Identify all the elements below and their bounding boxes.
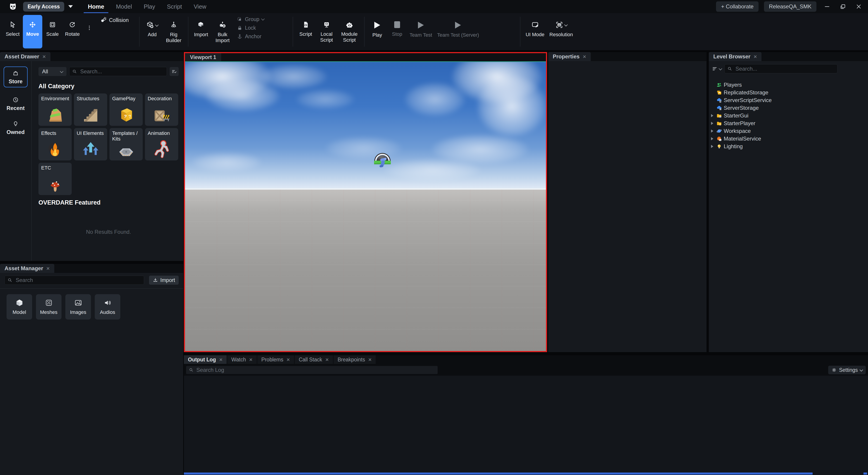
rail-item-recent[interactable]: Recent (6, 96, 25, 111)
early-access-badge[interactable]: Early Access (23, 2, 64, 11)
tile-meshes[interactable]: Meshes (36, 294, 62, 320)
tile-model[interactable]: Model (6, 294, 32, 320)
script-button[interactable]: Script (296, 15, 315, 49)
level-search-input[interactable] (735, 65, 835, 72)
log-content-area[interactable] (184, 376, 868, 475)
category-card-decoration[interactable]: Decoration (145, 93, 178, 126)
anchor-button[interactable]: Anchor (237, 33, 264, 39)
local-script-button[interactable]: Local Script (316, 15, 337, 49)
session-name-badge[interactable]: ReleaseQA_SMK (764, 1, 816, 12)
expand-arrow-icon[interactable] (711, 122, 713, 125)
select-tool-button[interactable]: Select (3, 15, 22, 49)
team-test-button[interactable]: Team Test (407, 15, 434, 49)
viewport-tab[interactable]: Viewport 1 (185, 53, 221, 61)
properties-tab[interactable]: Properties (548, 52, 591, 61)
asset-manager-tab[interactable]: Asset Manager (0, 264, 54, 273)
maximize-button[interactable] (838, 1, 848, 12)
tree-item-lighting[interactable]: Lighting (709, 143, 868, 150)
rail-item-store[interactable]: Store (4, 66, 27, 87)
log-search-input[interactable] (196, 366, 435, 374)
tree-item-materialservice[interactable]: MaterialService (709, 135, 868, 143)
ui-mode-button[interactable]: UI Mode (523, 15, 547, 49)
viewport-panel[interactable]: Viewport 1 (184, 52, 547, 352)
close-icon[interactable] (368, 357, 372, 362)
module-script-button[interactable]: Module Script (338, 15, 361, 49)
viewport-3d-scene[interactable] (185, 62, 546, 351)
asset-search-input[interactable] (80, 68, 164, 75)
asset-import-button[interactable]: Import (149, 276, 179, 285)
menu-home[interactable]: Home (82, 0, 110, 13)
tree-item-startergui[interactable]: StarterGui (709, 112, 868, 119)
tab-problems[interactable]: Problems (257, 355, 294, 364)
menu-play[interactable]: Play (138, 0, 161, 13)
bulk-import-button[interactable]: Bulk Import (211, 15, 234, 49)
expand-arrow-icon[interactable] (711, 137, 713, 140)
tile-images[interactable]: Images (65, 294, 91, 320)
category-card-effects[interactable]: Effects (38, 128, 72, 160)
tree-item-starterplayer[interactable]: StarterPlayer (709, 119, 868, 127)
lock-button[interactable]: Lock (237, 25, 264, 31)
horizontal-scrollbar[interactable] (184, 473, 813, 475)
menu-script[interactable]: Script (161, 0, 188, 13)
expand-arrow-icon[interactable] (711, 114, 713, 117)
move-tool-button[interactable]: Move (23, 15, 42, 49)
group-button[interactable]: Group (237, 16, 264, 22)
log-settings-button[interactable]: Settings (828, 366, 866, 374)
rail-item-owned[interactable]: Owned (6, 120, 25, 135)
tree-item-serverstorage[interactable]: ServerStorage (709, 104, 868, 112)
tab-output-log[interactable]: Output Log (184, 355, 227, 364)
category-card-animation[interactable]: Animation (145, 128, 178, 160)
close-icon[interactable] (46, 265, 50, 271)
app-logo-icon[interactable] (8, 2, 18, 11)
tree-item-replicatedstorage[interactable]: ReplicatedStorage (709, 89, 868, 96)
close-icon[interactable] (753, 54, 757, 60)
spawn-location[interactable] (372, 148, 393, 169)
category-card-gameplay[interactable]: GamePlay ?? (110, 93, 143, 126)
level-browser-tab[interactable]: Level Browser (709, 52, 762, 61)
more-tools-button[interactable] (83, 15, 96, 49)
category-card-etc[interactable]: ETC (38, 163, 72, 195)
import-button[interactable]: Import (191, 15, 211, 49)
filter-button[interactable] (169, 67, 179, 76)
close-icon[interactable] (583, 54, 586, 60)
add-button[interactable]: Add (143, 15, 162, 49)
tab-watch[interactable]: Watch (227, 355, 257, 364)
menu-model[interactable]: Model (110, 0, 138, 13)
category-card-environment[interactable]: Environment (38, 93, 72, 126)
rotate-tool-button[interactable]: Rotate (63, 15, 82, 49)
close-button[interactable] (854, 1, 864, 12)
close-icon[interactable] (286, 357, 290, 362)
rig-builder-label: Rig Builder (165, 32, 183, 43)
expand-arrow-icon[interactable] (711, 145, 713, 148)
category-card-structures[interactable]: Structures (74, 93, 107, 126)
collaborate-button[interactable]: + Collaborate (716, 1, 758, 12)
level-filter-button[interactable] (712, 66, 722, 72)
close-icon[interactable] (326, 357, 329, 362)
titlebar-dropdown-caret-icon[interactable] (68, 5, 73, 8)
team-test-server-button[interactable]: Team Test (Server) (435, 15, 481, 49)
tab-breakpoints[interactable]: Breakpoints (334, 355, 376, 364)
close-icon[interactable] (42, 54, 46, 60)
stop-button[interactable]: Stop (388, 15, 407, 49)
expand-arrow-icon[interactable] (711, 129, 713, 132)
asset-drawer-tab[interactable]: Asset Drawer (0, 52, 51, 61)
menu-view[interactable]: View (188, 0, 212, 13)
rig-builder-button[interactable]: Rig Builder (162, 15, 185, 49)
asset-manager-search-input[interactable] (15, 277, 141, 284)
close-icon[interactable] (249, 357, 252, 362)
ground-plane[interactable] (185, 190, 546, 351)
category-filter-dropdown[interactable]: All (38, 67, 66, 76)
tree-item-players[interactable]: Players (709, 81, 868, 89)
tab-call-stack[interactable]: Call Stack (295, 355, 333, 364)
category-card-templates-kits[interactable]: Templates / Kits (110, 128, 143, 160)
close-icon[interactable] (219, 357, 222, 362)
category-card-ui-elements[interactable]: UI Elements (74, 128, 107, 160)
tree-item-workspace[interactable]: Workspace (709, 127, 868, 135)
resolution-button[interactable]: HD Resolution (547, 15, 575, 49)
play-button[interactable]: Play (368, 15, 387, 49)
tree-item-serverscriptservice[interactable]: ServerScriptService (709, 96, 868, 104)
scale-tool-button[interactable]: Scale (43, 15, 62, 49)
tile-audios[interactable]: Audios (95, 294, 120, 320)
collision-toggle[interactable]: Collision (96, 13, 136, 50)
minimize-button[interactable] (822, 1, 832, 12)
